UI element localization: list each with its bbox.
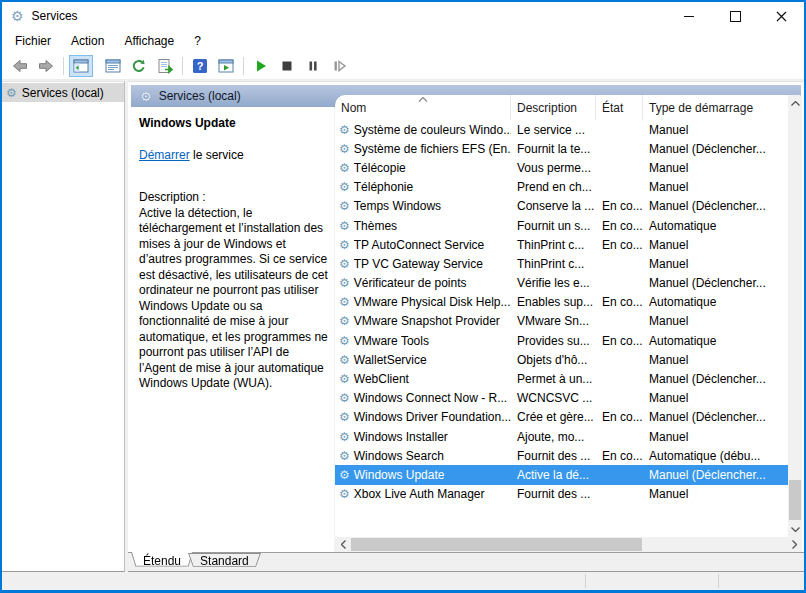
table-row[interactable]: ⚙VMware Physical Disk Help... Enables su… xyxy=(335,293,788,312)
cell-description: Fournit la te... xyxy=(511,142,596,156)
cell-type-demarrage: Manuel xyxy=(643,257,788,271)
close-icon xyxy=(776,11,787,22)
scroll-down-button[interactable] xyxy=(788,521,802,537)
table-row[interactable]: ⚙Système de couleurs Windo... Le service… xyxy=(335,120,788,139)
service-gear-icon: ⚙ xyxy=(339,220,350,232)
vertical-scrollbar[interactable] xyxy=(788,95,802,537)
cell-type-demarrage: Manuel xyxy=(643,391,788,405)
table-row[interactable]: ⚙WalletService Objets d'hô... Manuel xyxy=(335,350,788,369)
show-window-button[interactable] xyxy=(214,55,238,77)
stop-service-button[interactable] xyxy=(275,55,299,77)
export-list-button[interactable] xyxy=(153,55,177,77)
table-row[interactable]: ⚙Vérificateur de points Vérifie les e...… xyxy=(335,274,788,293)
table-row[interactable]: ⚙Windows Update Active la dé... Manuel (… xyxy=(335,465,788,484)
services-list-panel: Nom Description État Type de démarrage ⚙… xyxy=(335,95,802,552)
cell-name: Temps Windows xyxy=(354,199,441,213)
service-gear-icon: ⚙ xyxy=(339,431,350,443)
cell-type-demarrage: Manuel xyxy=(643,430,788,444)
column-header-description[interactable]: Description xyxy=(511,95,596,120)
service-gear-icon: ⚙ xyxy=(339,124,350,136)
cell-description: VMware Sn... xyxy=(511,314,596,328)
restart-service-icon xyxy=(331,58,347,74)
service-gear-icon: ⚙ xyxy=(339,469,350,481)
sort-ascending-icon xyxy=(418,97,428,102)
table-row[interactable]: ⚙Télécopie Vous perme... Manuel xyxy=(335,158,788,177)
cell-description: Fournit des ... xyxy=(511,487,596,501)
services-gear-icon: ⚙ xyxy=(11,9,24,23)
table-row[interactable]: ⚙WebClient Permet à un... Manuel (Déclen… xyxy=(335,369,788,388)
cell-name: Windows Update xyxy=(354,468,445,482)
toolbar-separator xyxy=(243,57,244,75)
table-row[interactable]: ⚙TP VC Gateway Service ThinPrint c... Ma… xyxy=(335,254,788,273)
table-row[interactable]: ⚙Windows Search Fournit des ... En co...… xyxy=(335,446,788,465)
back-button[interactable] xyxy=(8,55,32,77)
cell-description: Enables sup... xyxy=(511,295,596,309)
column-header-etat[interactable]: État xyxy=(596,95,643,120)
table-row[interactable]: ⚙VMware Tools Provides su... En co... Au… xyxy=(335,331,788,350)
menu-action[interactable]: Action xyxy=(61,34,114,48)
menu-affichage[interactable]: Affichage xyxy=(114,34,184,48)
horizontal-scroll-track[interactable] xyxy=(351,537,786,552)
column-header-nom[interactable]: Nom xyxy=(335,95,511,120)
pause-service-button[interactable] xyxy=(301,55,325,77)
help-button[interactable]: ? xyxy=(188,55,212,77)
cell-type-demarrage: Manuel xyxy=(643,123,788,137)
description-text: Active la détection, le téléchargement e… xyxy=(139,206,328,392)
export-list-icon xyxy=(157,58,173,74)
restart-service-button[interactable] xyxy=(327,55,351,77)
title-bar[interactable]: ⚙ Services xyxy=(2,2,804,30)
start-service-button[interactable] xyxy=(249,55,273,77)
scroll-up-button[interactable] xyxy=(788,95,802,111)
vertical-scroll-track[interactable] xyxy=(788,111,802,521)
service-action-line: Démarrer le service xyxy=(139,148,328,162)
cell-description: Permet à un... xyxy=(511,372,596,386)
start-service-link[interactable]: Démarrer xyxy=(139,148,190,162)
close-button[interactable] xyxy=(758,2,804,30)
table-row[interactable]: ⚙Thèmes Fournit un s... En co... Automat… xyxy=(335,216,788,235)
properties-button[interactable] xyxy=(101,55,125,77)
cell-type-demarrage: Manuel xyxy=(643,180,788,194)
properties-icon xyxy=(105,58,121,74)
column-header-type-demarrage[interactable]: Type de démarrage xyxy=(643,95,788,120)
scroll-left-button[interactable] xyxy=(335,537,351,552)
table-row[interactable]: ⚙Windows Driver Foundation... Crée et gè… xyxy=(335,408,788,427)
chevron-up-icon xyxy=(791,101,800,106)
minimize-button[interactable] xyxy=(666,2,712,30)
menu-fichier[interactable]: Fichier xyxy=(5,34,61,48)
cell-name: Système de couleurs Windo... xyxy=(354,123,511,137)
start-service-icon xyxy=(253,58,269,74)
cell-description: Conserve la ... xyxy=(511,199,596,213)
table-row[interactable]: ⚙Temps Windows Conserve la ... En co... … xyxy=(335,197,788,216)
table-row[interactable]: ⚙TP AutoConnect Service ThinPrint c... E… xyxy=(335,235,788,254)
forward-button[interactable] xyxy=(34,55,58,77)
vertical-scroll-thumb[interactable] xyxy=(789,480,801,520)
maximize-button[interactable] xyxy=(712,2,758,30)
table-row[interactable]: ⚙Windows Connect Now - R... WCNCSVC ... … xyxy=(335,389,788,408)
tree-item-services-local[interactable]: ⚙ Services (local) xyxy=(2,83,124,102)
table-row[interactable]: ⚙Windows Installer Ajoute, mo... Manuel xyxy=(335,427,788,446)
table-row[interactable]: ⚙Téléphonie Prend en ch... Manuel xyxy=(335,178,788,197)
refresh-button[interactable] xyxy=(127,55,151,77)
cell-type-demarrage: Manuel xyxy=(643,487,788,501)
table-row[interactable]: ⚙Xbox Live Auth Manager Fournit des ... … xyxy=(335,485,788,504)
scroll-right-button[interactable] xyxy=(786,537,802,552)
tab-etendu[interactable]: Étendu xyxy=(131,553,193,569)
refresh-icon xyxy=(131,58,147,74)
service-gear-icon: ⚙ xyxy=(339,335,350,347)
cell-etat: En co... xyxy=(596,334,643,348)
horizontal-scrollbar[interactable] xyxy=(335,537,802,552)
maximize-icon xyxy=(730,11,741,22)
service-gear-icon: ⚙ xyxy=(339,392,350,404)
horizontal-scroll-thumb[interactable] xyxy=(351,538,642,551)
cell-type-demarrage: Manuel xyxy=(643,353,788,367)
show-console-tree-button[interactable] xyxy=(69,55,93,77)
menu-help[interactable]: ? xyxy=(184,34,211,48)
table-row[interactable]: ⚙Système de fichiers EFS (En... Fournit … xyxy=(335,139,788,158)
cell-name: VMware Snapshot Provider xyxy=(354,314,500,328)
services-window: ⚙ Services Fichier Action Affichage ? xyxy=(0,0,806,593)
stop-service-icon xyxy=(279,58,295,74)
window-title: Services xyxy=(32,9,78,23)
table-row[interactable]: ⚙VMware Snapshot Provider VMware Sn... M… xyxy=(335,312,788,331)
tab-standard[interactable]: Standard xyxy=(188,553,261,569)
results-pane-title: Services (local) xyxy=(159,89,241,103)
